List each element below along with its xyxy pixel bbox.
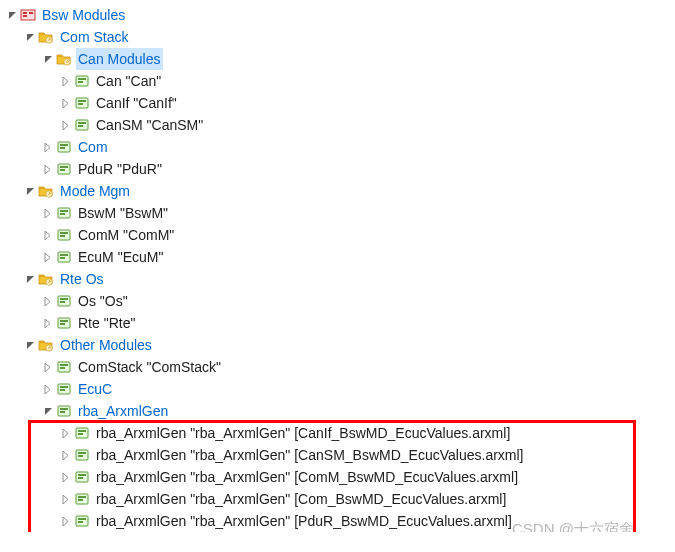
folder-icon bbox=[38, 29, 54, 45]
expander-closed-icon[interactable] bbox=[40, 205, 56, 221]
module-icon bbox=[56, 161, 72, 177]
expander-closed-icon[interactable] bbox=[58, 117, 74, 133]
tree-label: rba_ArxmlGen "rba_ArxmlGen" [CanIf_BswMD… bbox=[94, 422, 512, 444]
expander-closed-icon[interactable] bbox=[40, 359, 56, 375]
tree-label: ComStack "ComStack" bbox=[76, 356, 223, 378]
tree-label: CanSM "CanSM" bbox=[94, 114, 205, 136]
tree-item-pdur[interactable]: PduR "PduR" bbox=[4, 158, 675, 180]
module-icon bbox=[56, 315, 72, 331]
tree-item-com-stack[interactable]: Com Stack bbox=[4, 26, 675, 48]
tree-label: rba_ArxmlGen "rba_ArxmlGen" [CanSM_BswMD… bbox=[94, 444, 526, 466]
expander-open-icon[interactable] bbox=[22, 29, 38, 45]
tree-label: EcuM "EcuM" bbox=[76, 246, 165, 268]
tree-item-rba-2[interactable]: rba_ArxmlGen "rba_ArxmlGen" [CanSM_BswMD… bbox=[4, 444, 675, 466]
tree-label: Rte "Rte" bbox=[76, 312, 137, 334]
tree-item-rba-1[interactable]: rba_ArxmlGen "rba_ArxmlGen" [CanIf_BswMD… bbox=[4, 422, 675, 444]
expander-open-icon[interactable] bbox=[40, 403, 56, 419]
module-icon bbox=[74, 513, 90, 529]
tree-item-can[interactable]: Can "Can" bbox=[4, 70, 675, 92]
expander-closed-icon[interactable] bbox=[40, 249, 56, 265]
tree-item-comstack[interactable]: ComStack "ComStack" bbox=[4, 356, 675, 378]
tree-item-cansm[interactable]: CanSM "CanSM" bbox=[4, 114, 675, 136]
expander-closed-icon[interactable] bbox=[58, 491, 74, 507]
expander-closed-icon[interactable] bbox=[40, 293, 56, 309]
tree-label: rba_ArxmlGen "rba_ArxmlGen" [PduR_BswMD_… bbox=[94, 510, 514, 532]
tree-label: rba_ArxmlGen "rba_ArxmlGen" [ComM_BswMD_… bbox=[94, 466, 520, 488]
module-icon bbox=[74, 95, 90, 111]
tree-label: rba_ArxmlGen bbox=[76, 400, 170, 422]
folder-icon bbox=[56, 51, 72, 67]
tree-view: Bsw ModulesCom StackCan ModulesCan "Can"… bbox=[4, 4, 675, 532]
tree-item-ecum[interactable]: EcuM "EcuM" bbox=[4, 246, 675, 268]
tree-item-rba-4[interactable]: rba_ArxmlGen "rba_ArxmlGen" [Com_BswMD_E… bbox=[4, 488, 675, 510]
expander-open-icon[interactable] bbox=[22, 271, 38, 287]
module-icon bbox=[74, 491, 90, 507]
tree-item-canif[interactable]: CanIf "CanIf" bbox=[4, 92, 675, 114]
expander-closed-icon[interactable] bbox=[58, 513, 74, 529]
folder-icon bbox=[38, 337, 54, 353]
watermark: CSDN @十六宿舍 bbox=[512, 520, 634, 532]
tree-label: Can Modules bbox=[76, 48, 163, 70]
expander-closed-icon[interactable] bbox=[40, 381, 56, 397]
expander-closed-icon[interactable] bbox=[58, 469, 74, 485]
module-icon bbox=[56, 139, 72, 155]
tree-label: Rte Os bbox=[58, 268, 106, 290]
tree-item-other-modules[interactable]: Other Modules bbox=[4, 334, 675, 356]
tree-item-com[interactable]: Com bbox=[4, 136, 675, 158]
tree-label: BswM "BswM" bbox=[76, 202, 170, 224]
expander-open-icon[interactable] bbox=[4, 7, 20, 23]
tree-item-bsw-modules[interactable]: Bsw Modules bbox=[4, 4, 675, 26]
module-icon bbox=[74, 425, 90, 441]
tree-item-bswm[interactable]: BswM "BswM" bbox=[4, 202, 675, 224]
tree-label: ComM "ComM" bbox=[76, 224, 176, 246]
module-icon bbox=[56, 205, 72, 221]
expander-closed-icon[interactable] bbox=[58, 95, 74, 111]
expander-closed-icon[interactable] bbox=[58, 73, 74, 89]
expander-open-icon[interactable] bbox=[22, 337, 38, 353]
expander-closed-icon[interactable] bbox=[40, 315, 56, 331]
tree-item-os[interactable]: Os "Os" bbox=[4, 290, 675, 312]
tree-label: PduR "PduR" bbox=[76, 158, 164, 180]
expander-closed-icon[interactable] bbox=[40, 161, 56, 177]
tree-label: Com bbox=[76, 136, 110, 158]
expander-open-icon[interactable] bbox=[22, 183, 38, 199]
module-icon bbox=[56, 227, 72, 243]
root-icon bbox=[20, 7, 36, 23]
tree-item-rba-arxmlgen[interactable]: rba_ArxmlGen bbox=[4, 400, 675, 422]
tree-item-ecuc[interactable]: EcuC bbox=[4, 378, 675, 400]
tree-label: Bsw Modules bbox=[40, 4, 127, 26]
tree-label: Can "Can" bbox=[94, 70, 163, 92]
tree-item-comm[interactable]: ComM "ComM" bbox=[4, 224, 675, 246]
module-icon bbox=[56, 381, 72, 397]
expander-closed-icon[interactable] bbox=[58, 447, 74, 463]
tree-label: rba_ArxmlGen "rba_ArxmlGen" [Com_BswMD_E… bbox=[94, 488, 508, 510]
folder-icon bbox=[38, 183, 54, 199]
tree-label: EcuC bbox=[76, 378, 114, 400]
tree-item-rte[interactable]: Rte "Rte" bbox=[4, 312, 675, 334]
module-icon bbox=[74, 469, 90, 485]
expander-open-icon[interactable] bbox=[40, 51, 56, 67]
module-icon bbox=[56, 359, 72, 375]
tree-label: Mode Mgm bbox=[58, 180, 132, 202]
folder-icon bbox=[38, 271, 54, 287]
module-icon bbox=[74, 73, 90, 89]
expander-closed-icon[interactable] bbox=[40, 139, 56, 155]
tree-label: Os "Os" bbox=[76, 290, 130, 312]
tree-item-rba-3[interactable]: rba_ArxmlGen "rba_ArxmlGen" [ComM_BswMD_… bbox=[4, 466, 675, 488]
module-icon bbox=[56, 249, 72, 265]
tree-label: Other Modules bbox=[58, 334, 154, 356]
tree-label: CanIf "CanIf" bbox=[94, 92, 179, 114]
tree-item-mode-mgm[interactable]: Mode Mgm bbox=[4, 180, 675, 202]
module-icon bbox=[56, 293, 72, 309]
tree-item-can-modules[interactable]: Can Modules bbox=[4, 48, 675, 70]
expander-closed-icon[interactable] bbox=[40, 227, 56, 243]
expander-closed-icon[interactable] bbox=[58, 425, 74, 441]
tree-item-rte-os[interactable]: Rte Os bbox=[4, 268, 675, 290]
module-icon bbox=[56, 403, 72, 419]
module-icon bbox=[74, 447, 90, 463]
module-icon bbox=[74, 117, 90, 133]
tree-label: Com Stack bbox=[58, 26, 130, 48]
